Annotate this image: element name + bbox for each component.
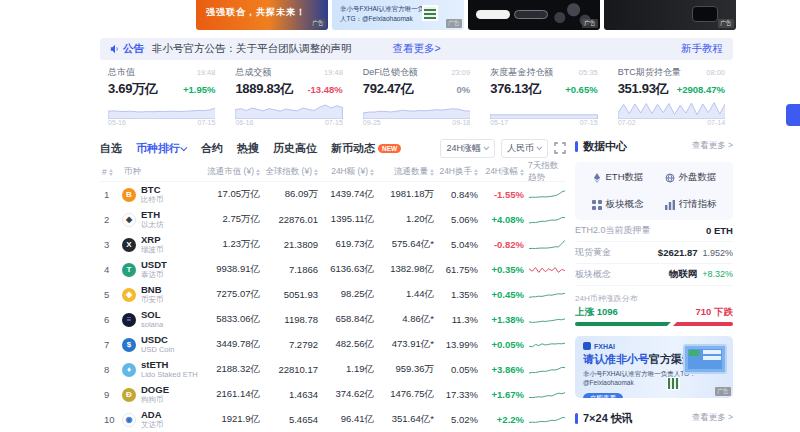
supply-cell: 575.64亿* (378, 238, 438, 251)
ad-banner-2[interactable]: 非小号FXHAI认准官方唯一负责人TG：@Feixiaohaomak 广告 (332, 0, 464, 30)
table-row[interactable]: 2 ◆ ETH 以太坊 2.75万亿 22876.01 1395.11亿 1.2… (100, 207, 566, 232)
ad-tag: 广告 (310, 19, 326, 28)
metric-eth2-staking[interactable]: ETH2.0当前质押量 0 ETH (575, 220, 733, 242)
distribution-counts: 上涨 1096 710 下跌 (575, 306, 733, 319)
column-header[interactable]: # (100, 167, 122, 177)
table-body: 1 B BTC 比特币 17.05万亿 86.09万 1439.74亿 1981… (100, 182, 566, 432)
change-cell: +0.45% (482, 289, 528, 300)
coin-icon: ◉ (122, 413, 136, 427)
table-row[interactable]: 5 ◆ BNB 币安币 7275.07亿 5051.93 98.25亿 1.44… (100, 282, 566, 307)
up-count: 1096 (597, 306, 618, 317)
tab-item[interactable]: 合约 (201, 141, 223, 156)
stat-label: BTC期货持仓量 (618, 66, 681, 79)
top-ad-banners: 强强联合，共探未来！ 广告 非小号FXHAI认准官方唯一负责人TG：@Feixi… (196, 0, 736, 30)
qr-code (422, 5, 438, 21)
rank-cell: 9 (100, 389, 122, 400)
sparkline-chart (528, 363, 566, 377)
turnover-cell: 0.05% (438, 364, 482, 375)
rank-cell: 8 (100, 364, 122, 375)
table-row[interactable]: 9 Ð DOGE 狗狗币 2161.14亿 1.4634 374.62亿 147… (100, 382, 566, 407)
table-row[interactable]: 3 X XRP 瑞波币 1.23万亿 21.3809 619.73亿 575.6… (100, 232, 566, 257)
tab-item[interactable]: 新币动态 NEW (331, 141, 401, 156)
chevron-down-icon (483, 144, 489, 150)
stat-card[interactable]: 总市值 19:48 3.69万亿 +1.95% 05-16 07-15 (100, 64, 223, 128)
price-cell: 21.3809 (264, 239, 322, 250)
announcement-text: 非小号官方公告：关于平台团队调整的声明 (152, 42, 352, 56)
tabs: 自选 币种排行 合约 热搜 历史高位 新币动态 NEW (100, 141, 401, 156)
data-center-more-link[interactable]: 查看更多 > (692, 140, 733, 152)
stat-card[interactable]: 总成交额 19:48 1889.83亿 -13.48% 06-16 07-15 (227, 64, 350, 128)
sparkline-chart (528, 413, 566, 427)
ad-banner-3[interactable]: 广告 (468, 0, 600, 30)
column-header[interactable]: 流通市值 (¥) (202, 166, 264, 178)
stat-change: +0.65% (565, 84, 598, 95)
coin-icon: Ð (122, 388, 136, 402)
beginner-tutorial-link[interactable]: 新手教程 (681, 42, 723, 56)
qr-code (667, 377, 680, 390)
coin-name: 艾达币 (141, 421, 164, 429)
metric-spot-gold[interactable]: 现货黄金 $2621.87 1.952% (575, 242, 733, 264)
stat-change: -13.48% (307, 84, 342, 95)
table-row[interactable]: 4 T USDT 泰达币 9938.91亿 7.1866 6136.63亿 13… (100, 257, 566, 282)
sparkline-chart (528, 213, 566, 227)
table-row[interactable]: 8 ♦ stETH Lido Staked ETH 2188.32亿 22810… (100, 357, 566, 382)
coin-name: 比特币 (141, 196, 164, 204)
range-filter-dropdown[interactable]: 24H涨幅 (440, 139, 495, 158)
column-header[interactable]: 24H额 (¥) (322, 166, 378, 178)
ad-banner-1[interactable]: 强强联合，共探未来！ 广告 (196, 0, 328, 30)
volume-cell: 98.25亿 (322, 288, 378, 301)
link-eth-data[interactable]: ETH数据 (581, 171, 654, 184)
tab-item[interactable]: 历史高位 (273, 141, 317, 156)
stat-date-end: 09-18 (452, 119, 470, 126)
market-cap-cell: 5833.06亿 (202, 313, 264, 326)
coin-icon: B (122, 188, 136, 202)
table-row[interactable]: 7 $ USDC USD Coin 3449.78亿 7.2792 482.56… (100, 332, 566, 357)
sort-icon (370, 169, 374, 176)
tab-item[interactable]: 自选 (100, 141, 122, 156)
link-foreign-data[interactable]: 外盘数据 (654, 171, 727, 184)
column-header[interactable]: 流通数量 (378, 166, 438, 178)
change-cell: +1.38% (482, 314, 528, 325)
stat-card[interactable]: BTC期货持仓量 08:00 351.93亿 +2908.47% 07-02 0… (610, 64, 733, 128)
currency-filter-dropdown[interactable]: 人民币 (501, 139, 548, 158)
link-sector-concepts[interactable]: 板块概念 (581, 198, 654, 211)
change-cell: +1.67% (482, 389, 528, 400)
floating-widget-button[interactable] (786, 104, 800, 126)
column-header[interactable]: 全球指数 (¥) (264, 166, 322, 178)
ad-button[interactable]: 立即查看 (583, 393, 623, 398)
speaker-icon (110, 44, 120, 54)
table-row[interactable]: 6 ≡ SOL solana 5833.06亿 1198.78 658.84亿 … (100, 307, 566, 332)
eth-icon (592, 173, 602, 183)
column-header[interactable]: 7天指数趋势 (528, 160, 566, 184)
sidebar-ad-banner[interactable]: FXHAI 请认准非小号官方渠道 非小号FXHAI认准官方唯一负责人TG：@Fe… (575, 336, 733, 398)
data-center-sidebar: 数据中心 查看更多 > ETH数据 外盘数据 板块概念 行情指标 ETH2.0当… (575, 136, 733, 432)
ad-banner-4[interactable]: 广告 (604, 0, 736, 30)
column-header[interactable]: 币种 (122, 166, 202, 178)
news-more-link[interactable]: 查看更多 > (692, 412, 733, 424)
price-cell: 1.4634 (264, 389, 322, 400)
distribution-bar (575, 322, 733, 326)
fullscreen-button[interactable] (554, 142, 566, 154)
chevron-down-icon (180, 144, 187, 151)
sparkline-chart (528, 338, 566, 352)
stat-card[interactable]: 灰度基金持仓额 05:35 376.13亿 +0.65% 05-17 07-15 (482, 64, 605, 128)
tab-item[interactable]: 币种排行 (136, 141, 187, 156)
link-market-indicators[interactable]: 行情指标 (654, 198, 727, 211)
coin-icon: ≡ (122, 313, 136, 327)
quick-links-grid: ETH数据 外盘数据 板块概念 行情指标 (575, 162, 733, 220)
column-header[interactable]: 24H换手 (438, 166, 482, 178)
stat-mini-chart (108, 99, 215, 119)
stat-value: 1889.83亿 (235, 80, 293, 98)
price-cell: 7.1866 (264, 264, 322, 275)
table-row[interactable]: 1 B BTC 比特币 17.05万亿 86.09万 1439.74亿 1981… (100, 182, 566, 207)
stat-value: 351.93亿 (618, 80, 669, 98)
sparkline-chart (528, 263, 566, 277)
announcement-more-link[interactable]: 查看更多> (392, 42, 440, 56)
announcement-tag: 公告 (110, 42, 144, 56)
column-header[interactable]: 24H涨幅 (482, 166, 528, 178)
stat-card[interactable]: DeFi总锁仓额 23:09 792.47亿 0% 09-25 09-18 (355, 64, 478, 128)
tab-item[interactable]: 热搜 (237, 141, 259, 156)
market-cap-cell: 2188.32亿 (202, 363, 264, 376)
metric-sector-concept[interactable]: 板块概念 物联网 +8.32% (575, 264, 733, 286)
table-row[interactable]: 10 ◉ ADA 艾达币 1921.9亿 5.4654 96.41亿 351.6… (100, 407, 566, 432)
